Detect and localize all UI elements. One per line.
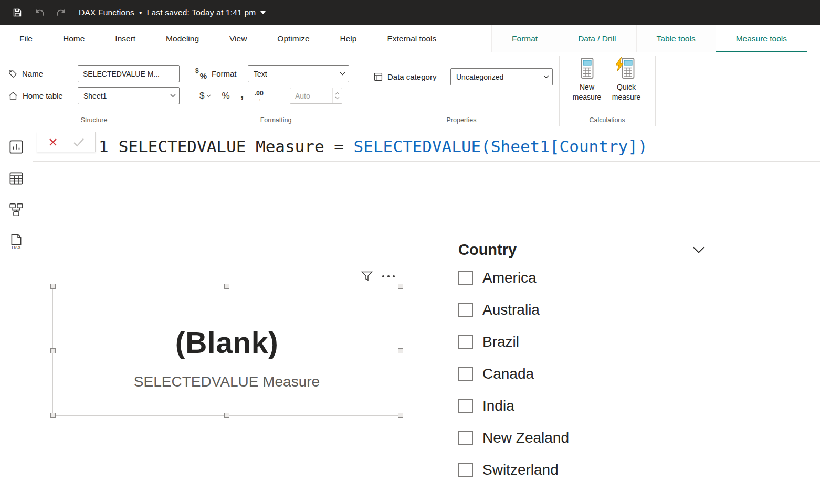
selection-handle[interactable] — [398, 348, 403, 353]
currency-format-button[interactable]: $ — [199, 91, 211, 101]
formula-segment: Sheet1[Country] — [491, 137, 638, 156]
group-label-structure: Structure — [0, 116, 188, 124]
table-view-icon — [8, 170, 24, 186]
report-view-button[interactable] — [0, 131, 33, 163]
dax-query-view-button[interactable]: DAX — [0, 226, 33, 257]
save-button[interactable] — [6, 0, 28, 25]
ribbon-tab[interactable]: File — [4, 25, 48, 52]
group-separator — [364, 56, 364, 126]
tab-format[interactable]: Format — [491, 25, 558, 52]
chevron-down-icon — [166, 94, 179, 98]
quick-measure-label: Quick measure — [607, 82, 645, 102]
slicer-item-label: New Zealand — [482, 430, 569, 446]
ribbon-tab[interactable]: Home — [48, 25, 100, 52]
slicer-item[interactable]: America — [458, 262, 705, 294]
selection-handle[interactable] — [50, 413, 56, 418]
powerbi-window: DAX Functions • Last saved: Today at 1:4… — [0, 0, 820, 504]
selection-handle[interactable] — [50, 348, 56, 353]
measure-name-label-row: Name — [8, 65, 43, 82]
tab-table-tools[interactable]: Table tools — [636, 25, 716, 52]
checkbox[interactable] — [458, 463, 473, 477]
undo-button[interactable] — [28, 0, 50, 25]
thousands-separator-button[interactable]: , — [240, 86, 244, 101]
more-options-icon[interactable] — [382, 275, 395, 278]
ribbon-tab[interactable]: Optimize — [262, 25, 324, 52]
checkbox[interactable] — [458, 399, 473, 413]
table-view-button[interactable] — [0, 163, 33, 194]
report-view-icon — [8, 139, 24, 155]
checkbox[interactable] — [458, 431, 473, 445]
new-measure-icon — [577, 57, 597, 81]
slicer-item[interactable]: Brazil — [458, 326, 705, 358]
group-separator — [559, 56, 560, 126]
dax-icon-text: DAX — [12, 245, 21, 250]
checkbox[interactable] — [458, 271, 473, 285]
selection-handle[interactable] — [50, 284, 56, 289]
card-value: (Blank) — [53, 325, 401, 360]
slicer-item-label: Switzerland — [482, 462, 559, 478]
tab-data-drill[interactable]: Data / Drill — [558, 25, 636, 52]
model-view-icon — [8, 202, 24, 218]
data-category-select[interactable]: Uncategorized — [450, 68, 553, 85]
format-label-row: $ % Format — [195, 65, 237, 82]
format-label: Format — [212, 69, 237, 78]
slicer-item[interactable]: Australia — [458, 294, 705, 326]
save-icon — [13, 8, 22, 17]
group-separator — [188, 56, 188, 126]
checkbox[interactable] — [458, 303, 473, 317]
selection-handle[interactable] — [224, 284, 229, 289]
ribbon-tab[interactable]: Help — [325, 25, 372, 52]
checkbox[interactable] — [458, 367, 473, 381]
formula-text: SELECTEDVALUE Measure = SELECTEDVALUE(Sh… — [119, 137, 648, 156]
formula-segment: SELECTEDVALUE — [354, 137, 481, 156]
formula-segment: SELECTEDVALUE Measure = — [119, 137, 354, 156]
slicer-visual[interactable]: Country America Australia Brazil — [458, 240, 705, 486]
ribbon-tab[interactable]: Insert — [100, 25, 151, 52]
chevron-down-icon — [540, 75, 552, 79]
formula-input[interactable]: 1 SELECTEDVALUE Measure = SELECTEDVALUE(… — [99, 131, 648, 161]
slicer-item[interactable]: Switzerland — [458, 454, 705, 486]
slicer-item[interactable]: New Zealand — [458, 422, 705, 454]
format-select[interactable]: Text — [248, 65, 349, 82]
cancel-formula-button[interactable] — [48, 137, 58, 147]
formula-bar[interactable]: 1 SELECTEDVALUE Measure = SELECTEDVALUE(… — [33, 131, 820, 162]
new-measure-button[interactable]: New measure — [570, 57, 604, 116]
decimal-places-spinner[interactable]: Auto — [290, 88, 342, 104]
dax-query-view-icon: DAX — [8, 233, 24, 250]
card-visual[interactable]: (Blank) SELECTEDVALUE Measure — [52, 286, 401, 416]
ribbon-tab[interactable]: External tools — [372, 25, 451, 52]
ribbon-tab[interactable]: Modeling — [151, 25, 214, 52]
selection-handle[interactable] — [398, 284, 403, 289]
checkbox[interactable] — [458, 335, 473, 349]
selection-handle[interactable] — [398, 413, 403, 418]
redo-button[interactable] — [50, 0, 72, 25]
home-table-label-row: Home table — [8, 87, 63, 104]
commit-formula-button[interactable] — [73, 137, 85, 147]
slicer-items: America Australia Brazil Canada — [458, 262, 705, 486]
tab-measure-tools[interactable]: Measure tools — [716, 25, 807, 52]
decimal-places-button[interactable]: .00 → — [255, 90, 264, 101]
visual-header-tools — [361, 271, 395, 281]
slicer-item-label: Australia — [482, 302, 540, 318]
slicer-collapse-icon[interactable] — [692, 246, 705, 253]
quick-measure-button[interactable]: Quick measure — [607, 57, 645, 116]
view-switcher: DAX — [0, 131, 33, 504]
measure-name-input[interactable] — [78, 65, 180, 82]
home-table-select[interactable]: Sheet1 — [78, 87, 180, 104]
slicer-item[interactable]: Canada — [458, 358, 705, 390]
format-value: Text — [248, 70, 336, 78]
group-label-calculations: Calculations — [559, 116, 655, 124]
spinner-arrows[interactable] — [332, 88, 342, 103]
ribbon-tab[interactable]: View — [214, 25, 262, 52]
slicer-item-label: Brazil — [482, 334, 519, 350]
selection-handle[interactable] — [224, 413, 229, 418]
decimal-places-value: Auto — [290, 92, 332, 100]
slicer-item[interactable]: India — [458, 390, 705, 422]
filter-icon[interactable] — [361, 271, 373, 281]
percent-format-button[interactable]: % — [222, 91, 229, 101]
ribbon-content: Name Home table Sheet1 Structure $ % For… — [0, 52, 820, 132]
chevron-down-icon — [206, 94, 211, 98]
canvas-boundary-horizontal — [36, 501, 820, 501]
document-title[interactable]: DAX Functions • Last saved: Today at 1:4… — [79, 8, 266, 17]
model-view-button[interactable] — [0, 194, 33, 226]
